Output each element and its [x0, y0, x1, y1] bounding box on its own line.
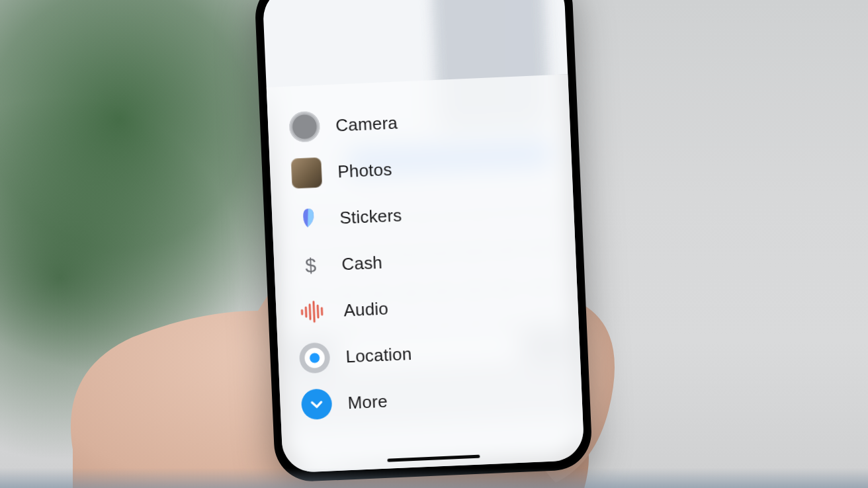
menu-item-stickers[interactable]: Stickers	[288, 187, 561, 241]
menu-item-label: Audio	[343, 298, 389, 321]
stickers-icon	[292, 204, 324, 235]
camera-icon	[288, 111, 320, 143]
svg-line-2	[310, 305, 310, 319]
menu-item-cash[interactable]: $ Cash	[290, 233, 563, 288]
menu-item-label: Stickers	[339, 205, 402, 228]
attachment-menu: Camera Photos	[284, 75, 570, 432]
menu-item-label: Camera	[335, 112, 398, 136]
more-icon	[301, 388, 333, 420]
cash-icon: $	[295, 250, 327, 282]
location-icon	[299, 342, 331, 374]
menu-item-location[interactable]: Location	[294, 326, 567, 380]
screen: Camera Photos	[262, 0, 585, 473]
menu-item-label: Cash	[341, 252, 383, 274]
iphone-device: Camera Photos	[254, 0, 593, 483]
photos-icon	[290, 157, 322, 189]
menu-item-camera[interactable]: Camera	[284, 95, 557, 149]
menu-item-more[interactable]: More	[296, 372, 569, 427]
menu-item-label: More	[347, 391, 388, 413]
svg-line-3	[314, 302, 314, 321]
menu-item-label: Location	[345, 343, 412, 366]
menu-item-label: Photos	[337, 159, 392, 183]
menu-item-photos[interactable]: Photos	[286, 141, 559, 195]
menu-item-audio[interactable]: Audio	[292, 280, 565, 334]
attachment-menu-sheet: Camera Photos	[262, 0, 585, 473]
audio-icon	[297, 296, 329, 327]
photo-scene: Camera Photos	[0, 0, 868, 488]
svg-line-4	[318, 305, 318, 317]
svg-line-1	[306, 307, 306, 317]
